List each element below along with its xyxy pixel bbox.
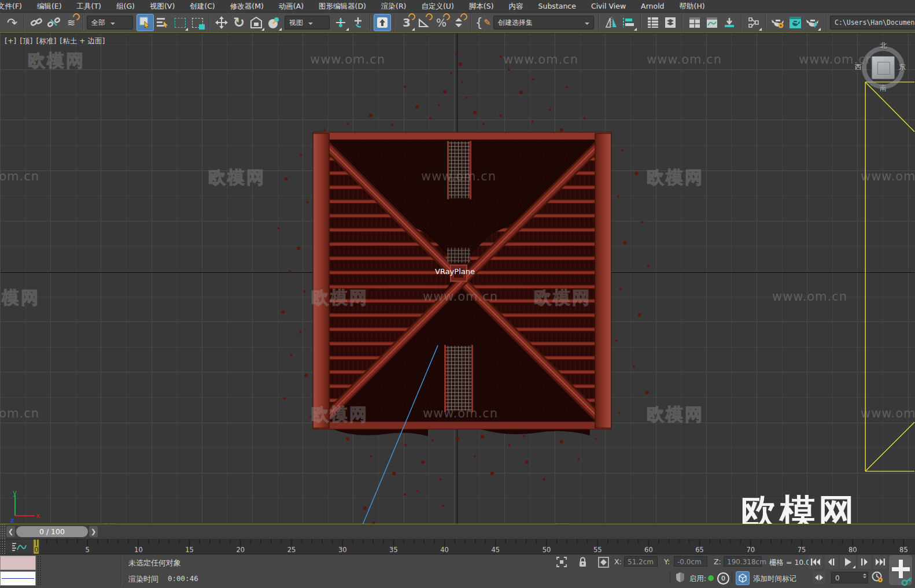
menu-item-14[interactable]: Civil View: [584, 0, 633, 12]
snap-toggle-3d-icon[interactable]: 3: [398, 14, 415, 31]
layer-explorer-icon[interactable]: [662, 14, 679, 31]
viewcube-south-label[interactable]: 南: [880, 83, 887, 93]
percent-snap-icon[interactable]: %: [433, 14, 450, 31]
window-crossing-icon[interactable]: [189, 14, 206, 31]
menu-item-1[interactable]: 编辑(E): [29, 0, 69, 12]
menu-item-15[interactable]: Arnold: [633, 0, 672, 12]
selection-lock-icon[interactable]: [576, 556, 589, 568]
key-mode-toggle-button[interactable]: [813, 571, 825, 584]
play-button[interactable]: [840, 555, 856, 569]
time-tag-cube-button[interactable]: [736, 571, 750, 585]
menu-item-8[interactable]: 图形编辑器(D): [311, 0, 374, 12]
time-slider-handle[interactable]: 0 / 100: [16, 526, 88, 537]
angle-snap-icon[interactable]: [415, 14, 433, 31]
viewport-menu-pov[interactable]: [顶]: [20, 36, 32, 46]
isolate-selection-icon[interactable]: [555, 556, 568, 568]
align-icon[interactable]: [620, 14, 637, 31]
script-listener-field[interactable]: [0, 571, 36, 586]
menu-item-7[interactable]: 动画(A): [271, 0, 311, 12]
x-coord-field[interactable]: 51.2cm: [624, 556, 658, 567]
track-bar[interactable]: 0510152025303540455055606570758085: [0, 539, 915, 554]
select-and-manipulate-icon[interactable]: [349, 14, 367, 31]
menu-item-3[interactable]: 组(G): [109, 0, 142, 12]
viewport-menu-general[interactable]: [+]: [5, 36, 16, 46]
add-time-tag[interactable]: 添加时间标记: [753, 574, 796, 584]
previous-frame-arrow[interactable]: ❮: [6, 526, 15, 537]
spinner-snap-icon[interactable]: [450, 14, 467, 31]
menu-item-4[interactable]: 视图(V): [142, 0, 182, 12]
z-coord-field[interactable]: 190.318cm: [724, 556, 762, 567]
edit-named-selection-sets-icon[interactable]: {✎: [474, 14, 492, 31]
menu-item-16[interactable]: 帮助(H): [672, 0, 713, 12]
render-production-icon[interactable]: [804, 14, 821, 31]
scene-explorer-icon[interactable]: [644, 14, 662, 31]
go-to-end-button[interactable]: [873, 555, 887, 569]
menu-item-13[interactable]: Substance: [531, 0, 584, 12]
mirror-icon[interactable]: [603, 14, 620, 31]
frame-spinner[interactable]: [863, 574, 866, 578]
menu-item-6[interactable]: 修改器(M): [223, 0, 271, 12]
absolute-mode-icon[interactable]: [597, 556, 610, 568]
select-and-scale-icon[interactable]: [248, 14, 265, 31]
reference-coordinate-dropdown[interactable]: 视图: [285, 16, 330, 29]
time-configuration-icon[interactable]: [871, 571, 884, 583]
redo-icon[interactable]: ↷: [3, 14, 21, 31]
next-frame-arrow[interactable]: ❯: [89, 526, 98, 537]
world-axis-gizmo: y x z: [8, 488, 60, 524]
rectangular-selection-icon[interactable]: [171, 14, 189, 31]
y-coord-field[interactable]: -0.0cm: [674, 556, 707, 567]
menu-item-11[interactable]: 脚本(S): [462, 0, 501, 12]
viewport-label: [+] [顶] [标准] [粘土 + 边面]: [5, 36, 105, 46]
listener-resize-grip[interactable]: [37, 556, 42, 586]
select-and-link-icon[interactable]: [28, 14, 45, 31]
macro-recorder-field[interactable]: [0, 556, 36, 570]
previous-frame-button[interactable]: [824, 555, 838, 569]
select-object-button[interactable]: [136, 14, 154, 31]
menu-item-9[interactable]: 渲染(R): [374, 0, 414, 12]
viewcube[interactable]: 北 南 东 西: [861, 45, 906, 90]
project-folder-dropdown[interactable]: C:\Users\Han\Documents\3ds Max 2022: [830, 16, 915, 29]
trackbar-tick-label: 40: [440, 546, 449, 554]
rendered-frame-window-icon[interactable]: [787, 14, 804, 31]
bind-to-spacewarp-icon[interactable]: ≋: [62, 14, 80, 31]
curve-editor-icon[interactable]: [703, 14, 721, 31]
menu-item-10[interactable]: 自定义(U): [414, 0, 461, 12]
current-frame-field[interactable]: 0: [831, 572, 868, 583]
timeslider-grip[interactable]: [0, 524, 5, 539]
adaptive-degradation-shield-icon[interactable]: [674, 571, 687, 583]
menu-item-0[interactable]: 文件(F): [0, 0, 29, 12]
viewport-menu-shading[interactable]: [粘土 + 边面]: [60, 36, 105, 46]
viewport-top[interactable]: 欧模网www.om.cnwww.om.cnwww.om.cnwww.om.cnw…: [0, 34, 915, 524]
unlink-icon[interactable]: [45, 14, 62, 31]
render-setup-icon[interactable]: [769, 14, 787, 31]
ribbon-toggle-icon[interactable]: [686, 14, 703, 31]
viewcube-east-label[interactable]: 东: [899, 62, 906, 72]
pavilion-model[interactable]: [313, 132, 611, 436]
menu-item-5[interactable]: 创建(C): [182, 0, 222, 12]
viewcube-west-label[interactable]: 西: [855, 62, 862, 72]
viewport-menu-renderer[interactable]: [标准]: [36, 36, 57, 46]
select-and-place-icon[interactable]: [265, 14, 282, 31]
select-by-name-icon[interactable]: [154, 14, 171, 31]
menu-item-2[interactable]: 工具(T): [69, 0, 109, 12]
degradation-count-badge[interactable]: 0: [717, 572, 729, 585]
menu-item-12[interactable]: 内容: [501, 0, 531, 12]
use-pivot-center-icon[interactable]: [332, 14, 349, 31]
enable-status-dot[interactable]: [708, 575, 714, 581]
select-and-move-icon[interactable]: [213, 14, 230, 31]
trackbar-tick-label: 10: [134, 546, 143, 554]
slate-material-editor-icon[interactable]: [745, 14, 762, 31]
go-to-start-button[interactable]: [809, 555, 822, 569]
selection-filter-dropdown[interactable]: 全部: [87, 16, 133, 29]
set-key-button[interactable]: [889, 555, 912, 585]
keyboard-shortcut-override-button[interactable]: [374, 14, 391, 31]
prompt-line: 未选定任何对象: [128, 558, 181, 568]
viewcube-cube[interactable]: [872, 56, 895, 79]
named-selection-set-dropdown[interactable]: 创建选择集: [493, 16, 594, 29]
select-and-rotate-icon[interactable]: ↻: [230, 14, 248, 31]
viewcube-north-label[interactable]: 北: [880, 41, 887, 51]
vrayplane-gizmo[interactable]: [865, 82, 914, 471]
next-frame-button[interactable]: [858, 555, 872, 569]
trackbar-ruler[interactable]: 0510152025303540455055606570758085: [0, 539, 915, 554]
dope-sheet-icon[interactable]: [721, 14, 738, 31]
